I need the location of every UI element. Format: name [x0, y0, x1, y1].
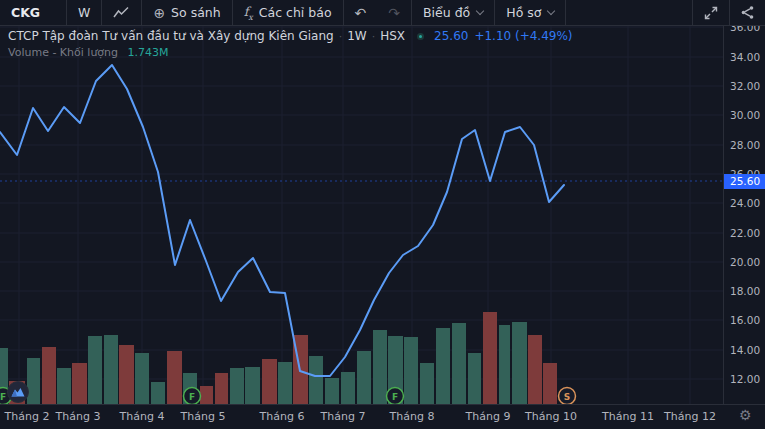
gear-icon[interactable]: ⚙ [739, 407, 752, 423]
price-tick-label: 18.00 [730, 285, 760, 297]
volume-bar [468, 353, 481, 404]
compare-label: So sánh [171, 5, 221, 20]
volume-bar [104, 335, 118, 404]
price-tick-label: 28.00 [730, 139, 760, 151]
fullscreen-button[interactable] [693, 0, 729, 25]
volume-bar [42, 347, 56, 404]
chevron-down-icon [476, 7, 484, 15]
volume-bar [245, 367, 260, 404]
price-tick-label: 14.00 [730, 344, 760, 356]
volume-bar [528, 335, 542, 404]
compare-button[interactable]: ⊕ So sánh [142, 0, 231, 25]
volume-bar [420, 363, 434, 404]
share-icon [740, 5, 755, 20]
volume-bar [151, 382, 165, 404]
redo-button[interactable]: ↷ [377, 0, 411, 25]
month-label[interactable]: Tháng 6 [250, 410, 314, 423]
volume-bar [72, 363, 87, 404]
month-label[interactable]: Tháng 8 [380, 410, 444, 423]
month-label[interactable]: Tháng 5 [171, 410, 235, 423]
volume-bar [404, 337, 418, 404]
profile-menu-button[interactable]: Hồ sơ [495, 0, 565, 25]
event-marker-label: F [0, 392, 6, 402]
share-button[interactable] [730, 0, 765, 25]
volume-bar [119, 345, 134, 404]
price-tick-label: 34.00 [730, 51, 760, 63]
volume-bar [262, 359, 277, 404]
time-axis[interactable]: ⚙ Tháng 2Tháng 3Tháng 4Tháng 5Tháng 6Thá… [0, 404, 765, 429]
price-tick-label: 12.00 [730, 373, 760, 385]
price-tick-label: 32.00 [730, 80, 760, 92]
top-toolbar: CKG W ⊕ So sánh fx Các chỉ báo ↶ ↷ Biểu … [0, 0, 765, 26]
indicators-button[interactable]: fx Các chỉ báo [233, 0, 343, 25]
volume-bar [88, 336, 102, 404]
volume-bar [309, 356, 323, 404]
last-price-tag: 25.60 [724, 174, 765, 189]
chart-pane[interactable]: FFFS CTCP Tập đoàn Tư vấn đầu tư và Xây … [0, 26, 723, 404]
month-label[interactable]: Tháng 10 [519, 410, 583, 423]
indicators-label: Các chỉ báo [259, 5, 332, 20]
price-axis[interactable]: 36.0034.0032.0030.0028.0026.0024.0022.00… [723, 26, 765, 404]
volume-bar [341, 372, 355, 404]
event-marker-label: F [392, 392, 398, 402]
chevron-down-icon [547, 7, 555, 15]
volume-bar [436, 328, 450, 404]
volume-bar [200, 386, 213, 404]
chart-style-button[interactable] [102, 0, 141, 25]
volume-bar [57, 368, 71, 404]
volume-bar [230, 368, 244, 404]
price-tick-label: 20.00 [730, 256, 760, 268]
volume-bar [167, 351, 182, 404]
month-label[interactable]: Tháng 3 [46, 410, 110, 423]
volume-bar [325, 378, 339, 404]
profile-menu-label: Hồ sơ [506, 5, 541, 20]
volume-bar [278, 362, 292, 404]
volume-bar [373, 330, 387, 404]
symbol-search-button[interactable]: CKG [0, 0, 66, 25]
volume-bar [512, 322, 527, 404]
price-tick-label: 30.00 [730, 109, 760, 121]
circle-plus-icon: ⊕ [153, 5, 165, 21]
price-tick-label: 16.00 [730, 314, 760, 326]
interval-button[interactable]: W [67, 0, 101, 25]
volume-bar [483, 312, 497, 404]
volume-bar [499, 325, 510, 404]
chart-menu-label: Biểu đồ [423, 5, 470, 20]
volume-bar [27, 358, 40, 404]
month-label[interactable]: Tháng 4 [110, 410, 174, 423]
trading-chart-app: CKG W ⊕ So sánh fx Các chỉ báo ↶ ↷ Biểu … [0, 0, 765, 429]
volume-bar [215, 373, 228, 404]
fullscreen-icon [703, 5, 719, 21]
volume-bar [543, 363, 557, 404]
volume-bar [135, 353, 149, 404]
price-tick-label: 22.00 [730, 227, 760, 239]
month-label[interactable]: Tháng 11 [596, 410, 660, 423]
undo-button[interactable]: ↶ [344, 0, 378, 25]
chart-menu-button[interactable]: Biểu đồ [412, 0, 494, 25]
month-label[interactable]: Tháng 9 [456, 410, 520, 423]
month-label[interactable]: Tháng 7 [311, 410, 375, 423]
line-chart-icon [113, 6, 130, 20]
price-tick-label: 24.00 [730, 197, 760, 209]
event-marker-label: F [189, 392, 195, 402]
fx-icon: fx [244, 4, 253, 22]
event-marker-label: S [564, 392, 570, 402]
price-tick-label: 36.00 [730, 26, 760, 33]
volume-bar [452, 323, 466, 404]
month-label[interactable]: Tháng 12 [658, 410, 722, 423]
volume-bar [357, 351, 371, 404]
chart-canvas[interactable]: FFFS [0, 26, 723, 404]
